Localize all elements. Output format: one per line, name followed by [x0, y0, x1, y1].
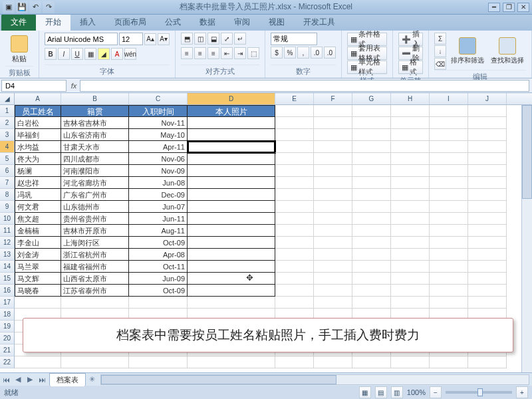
cell[interactable]	[314, 285, 352, 297]
cell[interactable]	[391, 249, 430, 261]
cell[interactable]	[391, 105, 430, 117]
cell[interactable]: 本人照片	[188, 105, 275, 117]
pinyin-button[interactable]: wén	[124, 48, 136, 60]
cell[interactable]	[188, 225, 275, 237]
format-cells-button[interactable]: ▦格式	[398, 61, 423, 74]
fill-color-button[interactable]: ◢	[98, 48, 110, 60]
col-C[interactable]: C	[129, 93, 188, 104]
cell[interactable]: 上海闵行区	[61, 237, 129, 249]
cell[interactable]: 籍贯	[61, 105, 129, 117]
wrap-text-icon[interactable]: ↵	[234, 33, 246, 45]
align-center-icon[interactable]: ≡	[194, 47, 206, 59]
cell[interactable]	[430, 129, 468, 141]
italic-button[interactable]: I	[58, 48, 70, 60]
cell[interactable]	[188, 297, 275, 309]
cell[interactable]	[352, 153, 391, 165]
row-header[interactable]: 9	[0, 201, 15, 213]
zoom-out-icon[interactable]: −	[430, 386, 442, 398]
cell[interactable]	[352, 177, 391, 189]
cell[interactable]	[352, 141, 391, 153]
cell[interactable]	[275, 165, 314, 177]
cell[interactable]	[314, 249, 352, 261]
cell[interactable]	[188, 189, 275, 201]
cell[interactable]	[391, 117, 430, 129]
cell[interactable]	[468, 261, 507, 273]
cell[interactable]	[430, 141, 468, 153]
cell[interactable]	[352, 201, 391, 213]
cell[interactable]: 福建省福州市	[61, 261, 129, 273]
col-E[interactable]: E	[275, 93, 314, 104]
cell[interactable]: Oct-11	[129, 261, 188, 273]
cell[interactable]: 冯巩	[15, 189, 61, 201]
fx-icon[interactable]: fx	[68, 82, 80, 90]
align-bottom-icon[interactable]: ⬓	[207, 33, 219, 45]
cell[interactable]	[430, 153, 468, 165]
cell[interactable]: Jun-07	[129, 201, 188, 213]
cell[interactable]	[391, 297, 430, 309]
font-size-select[interactable]	[119, 33, 143, 45]
cell[interactable]	[314, 213, 352, 225]
cell[interactable]	[352, 249, 391, 261]
row-header[interactable]: 6	[0, 165, 15, 177]
cell[interactable]: Nov-06	[129, 153, 188, 165]
cell[interactable]	[314, 201, 352, 213]
col-G[interactable]: G	[352, 93, 391, 104]
cell[interactable]	[188, 273, 275, 285]
align-right-icon[interactable]: ≡	[207, 47, 219, 59]
row-header[interactable]: 4	[0, 141, 15, 153]
cell[interactable]	[188, 117, 275, 129]
cell[interactable]	[391, 213, 430, 225]
cell[interactable]	[430, 285, 468, 297]
cell[interactable]: 毕福剑	[15, 129, 61, 141]
cell[interactable]: 马兰翠	[15, 261, 61, 273]
col-B[interactable]: B	[61, 93, 129, 104]
sheet-nav-prev-icon[interactable]: ◀	[12, 374, 24, 386]
align-middle-icon[interactable]: ◫	[194, 33, 206, 45]
cell[interactable]	[188, 249, 275, 261]
cell[interactable]: Oct-09	[129, 285, 188, 297]
fill-icon[interactable]: ↓	[434, 45, 446, 57]
cell[interactable]: 焦文超	[15, 213, 61, 225]
cell[interactable]	[275, 297, 314, 309]
clear-icon[interactable]: ⌫	[434, 58, 446, 70]
cell[interactable]	[391, 153, 430, 165]
col-I[interactable]: I	[430, 93, 468, 104]
cell[interactable]	[468, 141, 507, 153]
view-pagebreak-icon[interactable]: ▥	[391, 386, 403, 398]
number-format-select[interactable]	[271, 33, 317, 45]
row-header[interactable]: 21	[0, 344, 15, 356]
cell[interactable]: 李金山	[15, 237, 61, 249]
cell[interactable]	[430, 261, 468, 273]
cell[interactable]: 赵忠祥	[15, 177, 61, 189]
cell[interactable]	[430, 201, 468, 213]
v-scroll-thumb[interactable]	[522, 105, 532, 199]
cell[interactable]	[275, 129, 314, 141]
cell[interactable]	[430, 213, 468, 225]
restore-button[interactable]: ❐	[503, 3, 515, 12]
find-select-button[interactable]: 查找和选择	[489, 35, 526, 68]
cell[interactable]	[430, 177, 468, 189]
row-header[interactable]: 19	[0, 321, 15, 332]
cell[interactable]	[275, 249, 314, 261]
col-D[interactable]: D	[188, 93, 275, 104]
cell-styles-button[interactable]: ▦单元格样式	[347, 61, 387, 74]
tab-data[interactable]: 数据	[190, 14, 225, 31]
cell[interactable]	[430, 189, 468, 201]
cell[interactable]	[352, 261, 391, 273]
decrease-indent-icon[interactable]: ⇤	[221, 47, 233, 59]
excel-icon[interactable]: ▣	[3, 1, 15, 13]
cell[interactable]	[275, 189, 314, 201]
align-left-icon[interactable]: ≡	[181, 47, 193, 59]
cell[interactable]	[275, 105, 314, 117]
cell[interactable]	[468, 105, 507, 117]
row-header[interactable]: 1	[0, 105, 15, 117]
undo-icon[interactable]: ↶	[29, 1, 41, 13]
cell[interactable]	[188, 141, 275, 153]
cell[interactable]	[430, 249, 468, 261]
row-header[interactable]: 20	[0, 332, 15, 344]
cell[interactable]: 山西省太原市	[61, 273, 129, 285]
cell[interactable]: Jun-08	[129, 177, 188, 189]
cell[interactable]	[468, 153, 507, 165]
col-F[interactable]: F	[314, 93, 352, 104]
cell[interactable]	[188, 165, 275, 177]
